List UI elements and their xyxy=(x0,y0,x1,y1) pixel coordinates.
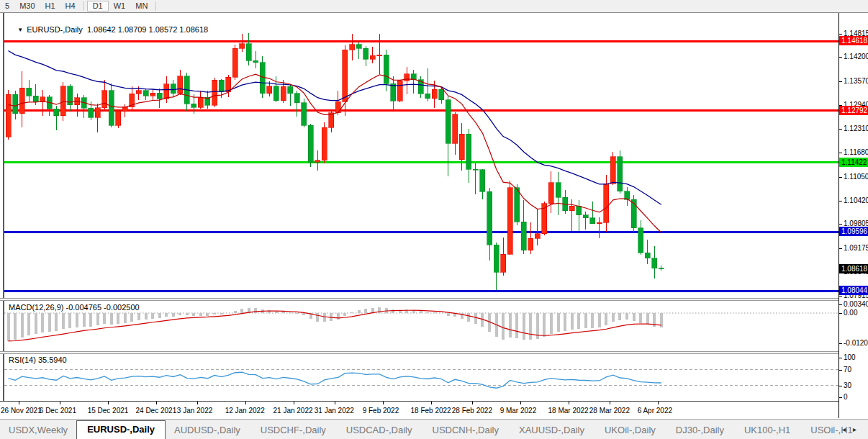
symbol-tab-dj30[interactable]: DJ30-,Daily xyxy=(667,421,733,439)
axis-tick xyxy=(839,248,842,249)
timeframe-button-mn[interactable]: MN xyxy=(130,1,153,12)
date-tick xyxy=(658,402,659,404)
symbol-tab-usdchf[interactable]: USDCHF-,Daily xyxy=(252,421,335,439)
macd-signal-line xyxy=(9,310,661,341)
axis-tick xyxy=(839,224,842,225)
toolbar-divider xyxy=(83,1,84,11)
timeframe-button-m30[interactable]: M30 xyxy=(14,1,40,12)
price-axis-label: 1.11680 xyxy=(844,148,868,156)
axis-tick xyxy=(839,57,842,58)
axis-tick xyxy=(839,296,842,297)
toolbar-divider xyxy=(155,1,156,11)
symbol-tab-xauusd[interactable]: XAUUSD-,Daily xyxy=(510,421,593,439)
axis-tick xyxy=(839,386,842,386)
rsi-scale-label: 0 xyxy=(844,393,848,401)
price-level-badge: 1.09596 xyxy=(839,227,868,236)
price-level-badge: 1.14618 xyxy=(839,36,868,45)
symbol-tab-bar: USDX,WeeklyEURUSD-,DailyAUDUSD-,DailyUSD… xyxy=(0,419,868,439)
date-tick xyxy=(197,402,198,404)
symbol-tab-audusd[interactable]: AUDUSD-,Daily xyxy=(166,421,249,439)
date-tick xyxy=(335,402,335,404)
axis-tick xyxy=(839,34,842,35)
date-axis-label: 12 Jan 2022 xyxy=(225,407,265,415)
price-axis-label: 1.12310 xyxy=(844,125,868,132)
chart-title: EURUSD-,Daily xyxy=(27,25,83,34)
ma-slow-line xyxy=(9,50,661,204)
price-axis-label: 1.10420 xyxy=(844,196,868,204)
macd-scale-label: 0.00 xyxy=(844,309,857,317)
date-axis-label: 15 Dec 2021 xyxy=(88,407,129,415)
axis-tick xyxy=(839,129,842,130)
timeframe-button-w1[interactable]: W1 xyxy=(109,1,131,12)
macd-scale-label: -0.01205 xyxy=(844,339,868,347)
horizontal-level-line[interactable] xyxy=(4,161,838,163)
axis-tick xyxy=(839,177,842,178)
date-tick xyxy=(156,402,157,404)
timeframe-button-h1[interactable]: H1 xyxy=(40,1,60,12)
date-axis-label: 18 Mar 2022 xyxy=(548,407,589,415)
horizontal-level-line[interactable] xyxy=(4,290,838,292)
price-axis-label: 1.14200 xyxy=(844,53,868,60)
date-tick xyxy=(60,402,60,404)
price-axis[interactable]: 1.148151.142001.135701.129401.123101.116… xyxy=(839,13,868,418)
rsi-pane[interactable] xyxy=(4,354,838,401)
macd-scale-label: 0.003408 xyxy=(844,300,868,308)
macd-label: MACD(12,26,9) -0.004765 -0.002500 xyxy=(9,303,140,312)
rsi-scale-label: 100 xyxy=(844,353,856,361)
date-axis-label: 31 Jan 2022 xyxy=(315,407,354,415)
timeframe-button-d1[interactable]: D1 xyxy=(87,1,109,12)
date-tick xyxy=(569,402,569,404)
horizontal-level-line[interactable] xyxy=(4,231,838,233)
date-tick xyxy=(294,402,294,404)
date-axis-label: 28 Feb 2022 xyxy=(452,407,492,415)
price-chart-pane[interactable] xyxy=(4,14,838,298)
axis-tick xyxy=(839,304,842,305)
date-axis-label: 6 Dec 2021 xyxy=(40,407,76,415)
trading-platform-window: 5M30H1H4D1W1MN ▼EURUSD-,Daily 1.08642 1.… xyxy=(0,0,868,439)
timeframe-button-h4[interactable]: H4 xyxy=(60,1,81,12)
date-tick xyxy=(19,402,19,404)
timeframe-button-5[interactable]: 5 xyxy=(0,1,14,12)
date-tick xyxy=(610,402,610,404)
date-tick xyxy=(245,402,246,404)
timeframe-toolbar: 5M30H1H4D1W1MN xyxy=(0,0,868,13)
date-tick xyxy=(520,402,521,404)
rsi-scale-label: 30 xyxy=(844,381,851,389)
date-tick xyxy=(431,402,432,404)
date-axis-label: 26 Nov 2021 xyxy=(1,407,42,415)
price-level-badge: 1.08044 xyxy=(839,286,868,295)
date-axis[interactable]: 26 Nov 20216 Dec 202115 Dec 202124 Dec 2… xyxy=(0,401,838,420)
tab-scroll-right-icon[interactable]: ▸ xyxy=(853,425,864,433)
price-axis-label: 1.11050 xyxy=(844,173,868,181)
chart-ohlc-values: 1.08642 1.08709 1.08572 1.08618 xyxy=(87,25,208,34)
rsi-label: RSI(14) 35.5940 xyxy=(9,356,67,364)
price-level-badge: 1.11422 xyxy=(839,158,868,167)
symbol-tab-eurusd[interactable]: EURUSD-,Daily xyxy=(76,420,166,439)
axis-tick xyxy=(839,313,842,314)
date-axis-label: 9 Mar 2022 xyxy=(500,407,537,415)
symbol-tab-hk50[interactable]: HK50-,H1 xyxy=(864,421,868,439)
date-tick xyxy=(472,402,473,404)
date-axis-label: 28 Mar 2022 xyxy=(589,407,630,415)
symbol-tab-usdcnh[interactable]: USDCNH-,Daily xyxy=(424,421,507,439)
axis-tick xyxy=(839,81,842,82)
price-level-badge: 1.12792 xyxy=(839,106,868,115)
axis-tick xyxy=(839,201,842,202)
date-axis-label: 3 Jan 2022 xyxy=(177,407,213,415)
chart-legend: ▼EURUSD-,Daily 1.08642 1.08709 1.08572 1… xyxy=(9,17,208,42)
current-price-badge: 1.08618 xyxy=(839,264,868,273)
tab-scroll-left-icon[interactable]: ◂ xyxy=(842,425,853,433)
symbol-tab-usdx[interactable]: USDX,Weekly xyxy=(0,421,76,439)
axis-tick xyxy=(839,358,842,358)
date-tick xyxy=(108,402,109,404)
rsi-scale-label: 70 xyxy=(844,366,851,374)
price-axis-label: 1.13570 xyxy=(844,77,868,85)
axis-tick xyxy=(839,153,842,153)
price-axis-label: 1.09175 xyxy=(844,244,868,252)
date-axis-label: 24 Dec 2021 xyxy=(136,407,177,415)
date-axis-label: 9 Feb 2022 xyxy=(363,407,399,415)
symbol-tab-ukoil[interactable]: UKOil-,Daily xyxy=(596,421,664,439)
symbol-tab-uk100[interactable]: UK100-,H1 xyxy=(736,421,799,439)
symbol-tab-usdcad[interactable]: USDCAD-,Daily xyxy=(338,421,421,439)
horizontal-level-line[interactable] xyxy=(4,109,838,112)
